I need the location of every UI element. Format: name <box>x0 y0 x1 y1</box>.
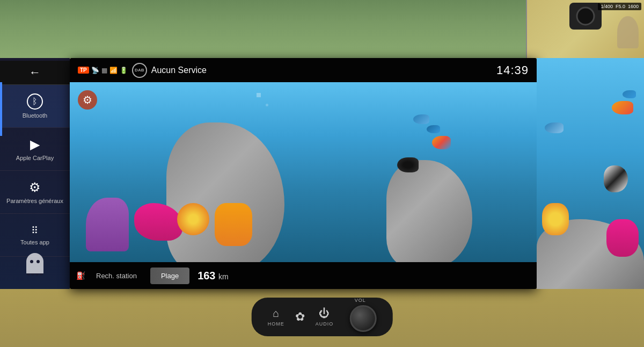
sidebar-item-settings[interactable]: ⚙ Paramètres généraux <box>0 171 70 214</box>
beach-destination-button[interactable]: Plage <box>150 268 189 284</box>
sidebar-apps-label: Toutes app <box>20 239 49 245</box>
right-fish-blue <box>545 122 564 133</box>
dab-indicator: DAB <box>132 63 147 78</box>
home-label: HOME <box>268 321 284 327</box>
apps-icon: ⠿ <box>31 225 39 236</box>
bluetooth-icon: ᛒ <box>27 93 43 110</box>
sidebar-carplay-label: Apple CarPlay <box>16 155 54 161</box>
sidebar-item-apps[interactable]: ⠿ Toutes app <box>0 214 70 257</box>
iso-value: 1600 <box>628 4 639 9</box>
volume-control[interactable]: VOL <box>344 302 376 332</box>
carplay-icon: ▶ <box>30 137 40 152</box>
antenna-icon: 📡 <box>91 67 99 74</box>
camera-device <box>569 3 602 30</box>
fan-icon: ✿ <box>295 310 305 324</box>
distance-unit: km <box>218 272 229 281</box>
bubble-2 <box>266 104 268 106</box>
fan-settings-button[interactable]: ✿ <box>295 310 305 324</box>
fish-blue-2 <box>427 125 440 133</box>
fish-black <box>397 157 419 172</box>
coral-orange <box>215 203 252 246</box>
distance-value: 163 <box>197 270 215 281</box>
audio-label: AUDIO <box>316 321 334 327</box>
sidebar-settings-label: Paramètres généraux <box>6 198 63 204</box>
back-button[interactable]: ← <box>0 61 70 85</box>
bubble-1 <box>257 93 261 97</box>
anemone <box>177 203 209 235</box>
svg-point-2 <box>30 260 33 263</box>
rock-formation-2 <box>386 160 472 262</box>
sidebar-item-carplay[interactable]: ▶ Apple CarPlay <box>0 128 70 171</box>
battery-icon: 🔋 <box>120 67 128 74</box>
vol-label: VOL <box>355 298 366 303</box>
wifi-icon: ▦ <box>101 67 107 74</box>
home-button[interactable]: ⌂ HOME <box>268 307 284 327</box>
gear-icon: ⚙ <box>83 93 92 106</box>
volume-knob[interactable] <box>349 305 376 332</box>
right-coral-pink <box>606 219 639 257</box>
active-indicator <box>0 82 2 136</box>
right-fish-orange <box>612 101 633 114</box>
fuel-icon: ⛽ <box>76 271 85 280</box>
sidebar: ← ᛒ Bluetooth ▶ Apple CarPlay ⚙ Paramètr… <box>0 58 70 289</box>
clock-display: 14:39 <box>496 63 529 77</box>
camera-lens <box>576 7 595 26</box>
right-aquarium-display <box>537 58 644 289</box>
status-bar: TP 📡 ▦ 📶 🔋 DAB Aucun Service 14:39 <box>70 58 537 82</box>
tp-badge: TP <box>78 67 89 74</box>
settings-gear-icon: ⚙ <box>29 180 41 195</box>
status-icons-group: TP 📡 ▦ 📶 🔋 <box>78 67 128 74</box>
person-silhouette <box>617 16 639 48</box>
right-fish-small <box>623 90 636 98</box>
svg-rect-1 <box>26 262 43 273</box>
dab-label: DAB <box>135 68 144 73</box>
signal-icon: 📶 <box>109 67 118 74</box>
fish-colorful <box>432 136 451 149</box>
bottom-info-bar: ⛽ Rech. station Plage 163 km <box>70 262 537 289</box>
right-secondary-screen <box>537 58 644 289</box>
distance-display: 163 km <box>197 270 229 282</box>
main-infotainment-screen: TP 📡 ▦ 📶 🔋 DAB Aucun Service 14:39 ⚙ <box>70 58 537 289</box>
power-icon: ⏻ <box>319 307 330 320</box>
top-camera-view: 1/400 F5.0 1600 <box>0 0 644 58</box>
svg-point-3 <box>36 260 40 263</box>
right-fish-striped <box>604 165 628 192</box>
service-name: Aucun Service <box>151 66 496 75</box>
hardware-controls-bar: ⌂ HOME ✿ ⏻ AUDIO VOL <box>252 298 393 336</box>
search-station-button[interactable]: Rech. station <box>88 272 145 280</box>
back-arrow-icon: ← <box>29 66 41 79</box>
home-icon: ⌂ <box>273 307 279 320</box>
aquarium-settings-button[interactable]: ⚙ <box>78 90 97 110</box>
aquarium-display[interactable]: ⚙ <box>70 82 537 262</box>
aperture: F5.0 <box>616 4 625 9</box>
ghost-icon <box>24 252 46 281</box>
shutter-speed: 1/400 <box>601 4 613 9</box>
sidebar-bluetooth-label: Bluetooth <box>23 112 47 119</box>
coral-purple <box>86 198 129 251</box>
audio-power-button[interactable]: ⏻ AUDIO <box>316 307 334 327</box>
camera-settings-display: 1/400 F5.0 1600 <box>598 3 641 10</box>
camera-overlay: 1/400 F5.0 1600 <box>526 0 644 58</box>
fish-blue-1 <box>413 114 429 124</box>
sidebar-item-bluetooth[interactable]: ᛒ Bluetooth <box>0 85 70 128</box>
right-coral-orange <box>542 203 569 235</box>
